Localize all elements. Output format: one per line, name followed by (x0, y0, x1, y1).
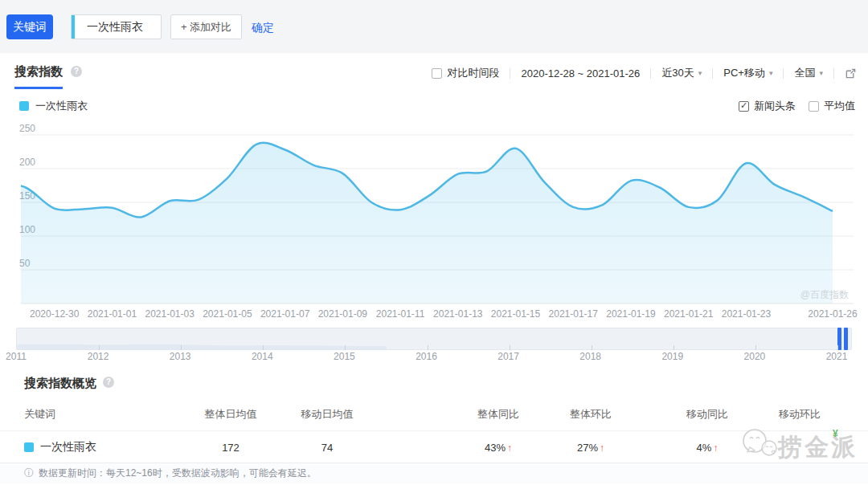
x-axis-label: 2021-01-01 (88, 308, 137, 320)
top-toolbar: 关键词 一次性雨衣 + 添加对比 确定 (0, 0, 868, 53)
overall-avg-cell: 172↑ (182, 442, 279, 454)
trend-chart-canvas[interactable]: 250200150100502020-12-302021-01-012021-0… (0, 120, 868, 325)
slider-tick (345, 345, 346, 350)
news-label: 新闻头条 (754, 99, 796, 113)
x-axis-label: 2021-01-23 (722, 308, 772, 320)
slider-tick (263, 345, 264, 350)
region-value: 全国 (794, 66, 815, 80)
x-axis-label: 2021-01-07 (260, 308, 310, 320)
col-header-mobile-yoy: 移动同比 (659, 407, 755, 422)
divider (783, 68, 784, 79)
days-value: 近30天 (661, 66, 694, 80)
x-axis-label: 2021-01-13 (433, 308, 483, 320)
x-axis-label: 2021-01-11 (376, 308, 425, 320)
x-axis-label: 2021-01-21 (664, 308, 714, 320)
compare-period-label: 对比时间段 (447, 66, 499, 80)
chart-controls: 对比时间段 2020-12-28 ~ 2021-01-26 近30天 ▾ PC+… (432, 66, 857, 80)
year-label: 2018 (575, 351, 607, 362)
help-icon[interactable]: ? (71, 66, 82, 77)
mobile-avg-cell: 74↑ (279, 442, 375, 454)
x-axis-label: 2021-01-05 (203, 308, 252, 320)
series-label: 一次性雨衣 (35, 99, 88, 113)
compare-period-toggle[interactable]: 对比时间段 (432, 66, 499, 80)
info-icon: ⓘ (24, 467, 34, 479)
y-axis-label: 200 (19, 157, 35, 168)
compare-period-checkbox[interactable] (432, 68, 442, 79)
divider (833, 68, 834, 79)
keyword-value: 一次性雨衣 (40, 440, 96, 454)
year-label: 2017 (493, 351, 525, 362)
device-dropdown[interactable]: PC+移动 ▾ (723, 66, 772, 80)
y-axis-label: 250 (19, 123, 35, 134)
col-header-mobile-avg: 移动日均值 (279, 407, 375, 422)
series-color-accent (72, 15, 75, 39)
col-header-overall-yoy: 整体同比 (450, 407, 547, 422)
x-axis-label: 2021-01-03 (145, 308, 194, 320)
date-range-value: 2020-12-28 ~ 2021-01-26 (521, 67, 640, 79)
series-area (0, 143, 833, 304)
year-label: 2012 (82, 351, 114, 362)
keyword-input[interactable]: 一次性雨衣 (71, 14, 162, 39)
col-header-keyword: 关键词 (24, 407, 182, 422)
year-label: 2016 (411, 351, 443, 362)
average-toggle[interactable]: 平均值 (809, 99, 855, 113)
confirm-button[interactable]: 确定 (252, 21, 274, 35)
region-dropdown[interactable]: 全国 ▾ (794, 66, 823, 80)
news-checkbox[interactable] (739, 101, 749, 112)
external-link-icon[interactable] (845, 67, 857, 79)
overall-mom-cell: 27%↑ (547, 442, 635, 454)
col-header-overall-mom: 整体环比 (547, 407, 635, 422)
average-checkbox[interactable] (809, 101, 819, 112)
time-range-slider[interactable] (16, 328, 852, 350)
x-axis-label: 2021-01-26 (808, 308, 858, 320)
x-axis-label: 2020-12-30 (30, 308, 80, 320)
year-label: 2013 (164, 351, 196, 362)
slider-tick (837, 345, 838, 350)
year-label: 2021 (821, 351, 853, 362)
overview-header-row: 关键词 整体日均值 移动日均值 整体同比 整体环比 移动同比 移动环比 (24, 406, 844, 423)
help-icon[interactable]: ? (103, 377, 114, 388)
footer-note-bar: ⓘ数据更新时间：每天12~16时，受数据波动影响，可能会有延迟。 (0, 463, 868, 483)
overall-yoy-cell: 43%↑ (450, 442, 547, 454)
divider (510, 68, 510, 79)
year-label: 2011 (0, 351, 32, 362)
slider-handle-bar[interactable] (844, 328, 848, 350)
slider-tick (510, 345, 510, 350)
add-compare-button[interactable]: + 添加对比 (170, 14, 242, 39)
average-label: 平均值 (824, 99, 855, 113)
x-axis-label: 2021-01-17 (549, 308, 599, 320)
year-label: 2015 (328, 351, 360, 362)
year-label: 2014 (246, 351, 278, 362)
year-label: 2020 (739, 351, 771, 362)
series-swatch (19, 101, 29, 111)
slider-tick (592, 345, 592, 350)
keyword-button[interactable]: 关键词 (6, 14, 53, 39)
chevron-down-icon: ▾ (819, 69, 823, 77)
days-dropdown[interactable]: 近30天 ▾ (661, 66, 702, 80)
slider-tick (755, 345, 756, 350)
slider-handle[interactable] (837, 328, 848, 350)
footer-note: 数据更新时间：每天12~16时，受数据波动影响，可能会有延迟。 (39, 467, 317, 479)
slider-tick (428, 345, 428, 350)
overview-data-row: 一次性雨衣 172↑ 74↑ 43%↑ 27%↑ 4%↑ ↑ (24, 437, 844, 458)
overlay-toggles: 新闻头条 平均值 (739, 99, 855, 113)
tab-search-index[interactable]: 搜索指数 (14, 64, 63, 89)
baidu-index-page: 关键词 一次性雨衣 + 添加对比 确定 搜索指数 ? 对比时间段 2020-12… (0, 0, 868, 485)
divider (712, 68, 713, 79)
up-arrow-icon: ↑ (713, 442, 718, 454)
date-range-picker[interactable]: 2020-12-28 ~ 2021-01-26 (521, 67, 640, 79)
news-toggle[interactable]: 新闻头条 (739, 99, 796, 113)
x-axis-label: 2021-01-19 (606, 308, 656, 320)
divider (650, 68, 651, 79)
col-header-mobile-mom: 移动环比 (755, 407, 844, 422)
series-legend: 一次性雨衣 (19, 99, 88, 113)
slider-silhouette (17, 328, 851, 349)
keyword-input-value: 一次性雨衣 (87, 20, 143, 33)
divider (0, 430, 868, 431)
chevron-down-icon: ▾ (698, 69, 702, 77)
slider-year-axis: 2011201220132014201520162017201820192020… (16, 351, 852, 363)
series-swatch (24, 442, 34, 452)
col-header-overall-avg: 整体日均值 (182, 407, 279, 422)
overview-title: 搜索指数概览 (24, 376, 96, 391)
year-label: 2019 (657, 351, 689, 362)
